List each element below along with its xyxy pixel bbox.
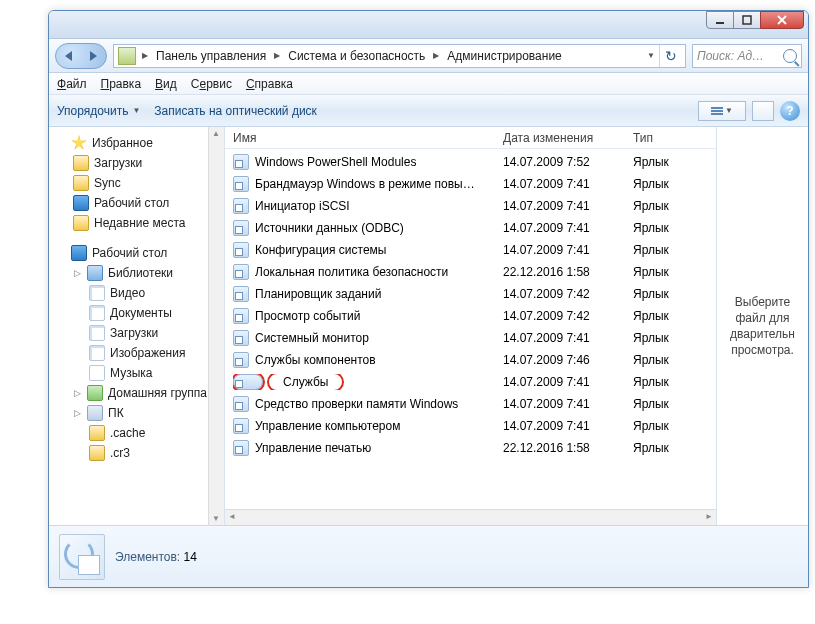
svg-rect-0 (716, 22, 724, 24)
col-type[interactable]: Тип (633, 131, 713, 145)
search-input[interactable]: Поиск: Ад… (692, 44, 802, 68)
folder-details-icon (59, 534, 105, 580)
status-label: Элементов: (115, 550, 180, 564)
sidebar-pc[interactable]: ▷ПК (49, 403, 224, 423)
sidebar-item-documents[interactable]: Документы (49, 303, 224, 323)
svg-rect-1 (743, 16, 751, 24)
file-date: 14.07.2009 7:46 (503, 353, 633, 367)
burn-button[interactable]: Записать на оптический диск (154, 104, 317, 118)
file-date: 14.07.2009 7:41 (503, 221, 633, 235)
file-name: Источники данных (ODBC) (255, 221, 404, 235)
sidebar-item-video[interactable]: Видео (49, 283, 224, 303)
menu-tools[interactable]: Сервис (191, 77, 232, 91)
nav-back-forward[interactable] (55, 43, 107, 69)
col-date[interactable]: Дата изменения (503, 131, 633, 145)
search-icon (783, 49, 797, 63)
sidebar-item-recent[interactable]: Недавние места (49, 213, 224, 233)
sidebar-item-sync[interactable]: Sync (49, 173, 224, 193)
shortcut-icon (233, 264, 249, 280)
shortcut-icon (233, 198, 249, 214)
document-icon (89, 305, 105, 321)
file-type: Ярлык (633, 177, 713, 191)
crumb-administration[interactable]: Администрирование (441, 45, 567, 67)
sidebar-item-cache[interactable]: .cache (49, 423, 224, 443)
file-date: 14.07.2009 7:41 (503, 177, 633, 191)
file-row[interactable]: Управление печатью22.12.2016 1:58Ярлык (225, 437, 716, 459)
file-date: 14.07.2009 7:41 (503, 419, 633, 433)
help-button[interactable]: ? (780, 101, 800, 121)
shortcut-icon (233, 220, 249, 236)
search-placeholder: Поиск: Ад… (697, 49, 764, 63)
file-name: Инициатор iSCSI (255, 199, 350, 213)
refresh-button[interactable]: ↻ (659, 45, 681, 67)
file-row[interactable]: Просмотр событий14.07.2009 7:42Ярлык (225, 305, 716, 327)
shortcut-icon (233, 374, 263, 390)
file-row[interactable]: Инициатор iSCSI14.07.2009 7:41Ярлык (225, 195, 716, 217)
crumb-control-panel[interactable]: Панель управления (150, 45, 272, 67)
file-type: Ярлык (633, 331, 713, 345)
sidebar-item-pictures[interactable]: Изображения (49, 343, 224, 363)
sidebar-item-cr3[interactable]: .cr3 (49, 443, 224, 463)
file-date: 14.07.2009 7:41 (503, 243, 633, 257)
file-name: Службы (269, 374, 342, 390)
file-name: Windows PowerShell Modules (255, 155, 416, 169)
file-name: Конфигурация системы (255, 243, 386, 257)
view-selector[interactable]: ▼ (698, 101, 746, 121)
sidebar-desktop[interactable]: Рабочий стол (49, 243, 224, 263)
menu-file[interactable]: Файл (57, 77, 87, 91)
maximize-button[interactable] (733, 11, 761, 29)
file-date: 14.07.2009 7:41 (503, 331, 633, 345)
file-type: Ярлык (633, 353, 713, 367)
shortcut-icon (233, 176, 249, 192)
file-row[interactable]: Локальная политика безопасности22.12.201… (225, 261, 716, 283)
sidebar-favorites[interactable]: Избранное (49, 133, 224, 153)
file-row[interactable]: Системный монитор14.07.2009 7:41Ярлык (225, 327, 716, 349)
crumb-system-security[interactable]: Система и безопасность (282, 45, 431, 67)
file-type: Ярлык (633, 221, 713, 235)
titlebar[interactable] (49, 11, 808, 39)
sidebar-item-downloads2[interactable]: Загрузки (49, 323, 224, 343)
toolbar: Упорядочить ▼ Записать на оптический дис… (49, 95, 808, 127)
shortcut-icon (233, 418, 249, 434)
file-name: Управление печатью (255, 441, 371, 455)
sidebar-item-music[interactable]: Музыка (49, 363, 224, 383)
preview-pane-toggle[interactable] (752, 101, 774, 121)
chevron-right-icon[interactable]: ▶ (140, 51, 150, 60)
sidebar-item-desktop[interactable]: Рабочий стол (49, 193, 224, 213)
file-row[interactable]: Конфигурация системы14.07.2009 7:41Ярлык (225, 239, 716, 261)
file-row[interactable]: Службы компонентов14.07.2009 7:46Ярлык (225, 349, 716, 371)
menu-help[interactable]: Справка (246, 77, 293, 91)
horizontal-scrollbar[interactable] (225, 509, 716, 525)
menu-edit[interactable]: Правка (101, 77, 142, 91)
file-row[interactable]: Windows PowerShell Modules14.07.2009 7:5… (225, 151, 716, 173)
explorer-window: ▶ Панель управления ▶ Система и безопасн… (48, 10, 809, 588)
chevron-down-icon[interactable]: ▼ (647, 51, 655, 60)
organize-button[interactable]: Упорядочить ▼ (57, 104, 140, 118)
file-row[interactable]: Источники данных (ODBC)14.07.2009 7:41Яр… (225, 217, 716, 239)
file-row[interactable]: Управление компьютером14.07.2009 7:41Ярл… (225, 415, 716, 437)
chevron-right-icon[interactable]: ▶ (431, 51, 441, 60)
file-row[interactable]: Брандмауэр Windows в режиме повы…14.07.2… (225, 173, 716, 195)
file-row[interactable]: Службы14.07.2009 7:41Ярлык (225, 371, 716, 393)
menu-view[interactable]: Вид (155, 77, 177, 91)
sidebar-libraries[interactable]: ▷Библиотеки (49, 263, 224, 283)
file-name: Службы компонентов (255, 353, 376, 367)
file-date: 14.07.2009 7:42 (503, 309, 633, 323)
sidebar-item-downloads[interactable]: Загрузки (49, 153, 224, 173)
chevron-right-icon[interactable]: ▶ (272, 51, 282, 60)
file-name: Просмотр событий (255, 309, 360, 323)
library-icon (87, 265, 103, 281)
minimize-button[interactable] (706, 11, 734, 29)
file-date: 14.07.2009 7:42 (503, 287, 633, 301)
file-type: Ярлык (633, 155, 713, 169)
breadcrumb[interactable]: ▶ Панель управления ▶ Система и безопасн… (113, 44, 686, 68)
file-row[interactable]: Планировщик заданий14.07.2009 7:42Ярлык (225, 283, 716, 305)
menu-bar: Файл Правка Вид Сервис Справка (49, 73, 808, 95)
close-button[interactable] (760, 11, 804, 29)
col-name[interactable]: Имя (233, 131, 503, 145)
sidebar-scrollbar[interactable] (208, 127, 224, 525)
file-row[interactable]: Средство проверки памяти Windows14.07.20… (225, 393, 716, 415)
sidebar-homegroup[interactable]: ▷Домашняя группа (49, 383, 224, 403)
column-headers[interactable]: Имя Дата изменения Тип (225, 127, 716, 149)
navigation-pane: Избранное Загрузки Sync Рабочий стол Нед… (49, 127, 225, 525)
